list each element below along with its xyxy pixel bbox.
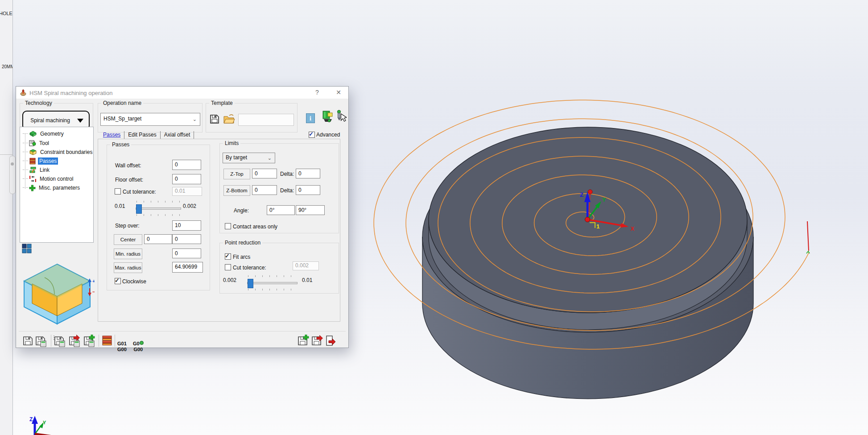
- floor-offset-label: Floor offset:: [115, 177, 143, 183]
- save-template-icon[interactable]: [209, 113, 220, 125]
- advanced-checkbox[interactable]: [309, 132, 315, 138]
- tolerance-slider-max-label: 0.002: [183, 203, 196, 209]
- solidcam-operation-icon: [20, 89, 27, 96]
- exit-button[interactable]: [325, 335, 337, 347]
- machine-simulation-icon[interactable]: [322, 110, 334, 123]
- pr-cut-tolerance-input[interactable]: 0.002: [293, 261, 319, 270]
- contact-areas-label: Contact areas only: [233, 224, 277, 230]
- close-button[interactable]: ✕: [332, 89, 345, 97]
- toolbar-separator: [99, 335, 99, 347]
- max-radius-input[interactable]: 64.90699: [172, 262, 203, 273]
- cut-tolerance-label: Cut tolerance:: [123, 189, 156, 195]
- open-template-folder-icon[interactable]: [223, 113, 236, 125]
- pr-slider-min-label: 0.002: [223, 277, 236, 283]
- x-axis-label: X: [631, 226, 634, 232]
- step-over-input[interactable]: 10: [172, 220, 201, 231]
- info-icon[interactable]: i: [306, 113, 315, 123]
- toolbar-divider: [19, 331, 346, 331]
- dialog-title: HSM Spiral machining operation: [29, 90, 112, 96]
- floor-offset-input[interactable]: 0: [172, 174, 201, 184]
- gcode-preview-button[interactable]: G01G00: [117, 335, 127, 352]
- template-field[interactable]: [238, 114, 294, 126]
- tree-item-tool[interactable]: Tool: [23, 139, 50, 148]
- passes-toolbar-icon[interactable]: [101, 335, 114, 347]
- save-button[interactable]: [22, 335, 35, 347]
- pr-slider-track[interactable]: [247, 282, 298, 284]
- tab-edit-passes[interactable]: Edit Passes: [124, 131, 160, 139]
- save-calculate-selected-button[interactable]: [54, 335, 66, 347]
- motion-control-icon: [29, 175, 37, 182]
- z-bottom-delta-input[interactable]: 0: [296, 185, 320, 195]
- tree-item-misc-parameters[interactable]: Misc. parameters: [23, 183, 81, 192]
- center-x-input[interactable]: 0: [144, 234, 172, 244]
- tree-item-geometry[interactable]: Geometry: [23, 129, 65, 138]
- simulate-badge-icon: [140, 341, 144, 345]
- tool-icon: [29, 140, 36, 147]
- z-top-delta-label: Delta:: [280, 171, 294, 177]
- pr-slider-ticks-top: [248, 275, 296, 277]
- wall-offset-input[interactable]: 0: [172, 160, 201, 170]
- passes-icon: [29, 157, 36, 165]
- pr-slider-handle[interactable]: [248, 279, 253, 288]
- cut-tolerance-checkbox[interactable]: [115, 188, 121, 195]
- operation-name-combo[interactable]: HSM_Sp_target ⌄: [100, 113, 200, 126]
- limits-mode-value: By target: [226, 154, 247, 161]
- pr-cut-tolerance-checkbox[interactable]: [225, 264, 231, 270]
- save-add-operation-button[interactable]: [297, 335, 310, 347]
- tree-item-constraint-boundaries[interactable]: Constraint boundaries: [23, 148, 94, 157]
- clockwise-checkbox[interactable]: [115, 278, 121, 284]
- tree-item-20mm[interactable]: 20MM: [2, 64, 13, 69]
- corner-z-label: Z: [29, 416, 33, 423]
- dialog-titlebar[interactable]: HSM Spiral machining operation ? ✕: [16, 87, 348, 99]
- center-button[interactable]: Center: [114, 234, 142, 245]
- view-orientation-triad: Z Y: [29, 416, 54, 435]
- misc-parameters-icon: [29, 185, 36, 191]
- contact-areas-checkbox[interactable]: [225, 223, 231, 229]
- min-radius-button[interactable]: Min. radius: [114, 249, 142, 259]
- limits-group-label: Limits: [223, 140, 240, 147]
- cut-tolerance-input[interactable]: 0.01: [172, 187, 202, 196]
- wall-offset-preview-image: + −: [20, 261, 95, 328]
- toolbar-separator: [51, 335, 51, 347]
- select-tool-cursor-icon[interactable]: [335, 110, 347, 123]
- save-calculate-button[interactable]: [35, 335, 47, 347]
- csys-number-label: 1: [596, 223, 599, 230]
- parameter-tabs: Passes Edit Passes Axial offset: [99, 130, 194, 139]
- z-top-input[interactable]: 0: [252, 169, 277, 178]
- tree-item-passes[interactable]: Passes: [23, 157, 58, 166]
- rapid-plunge-line: [807, 221, 809, 251]
- tree-item-hole[interactable]: HOLE: [0, 11, 12, 16]
- angle-from-input[interactable]: 0°: [267, 205, 295, 215]
- tolerance-slider-track[interactable]: [136, 207, 181, 210]
- panel-splitter-handle[interactable]: [9, 156, 16, 194]
- link-icon: [29, 166, 37, 174]
- tolerance-slider-min-label: 0.01: [115, 203, 125, 209]
- save-next-operation-button[interactable]: [311, 335, 323, 347]
- save-copy-calculate-button[interactable]: [83, 335, 95, 347]
- z-top-delta-input[interactable]: 0: [296, 169, 320, 178]
- z-bottom-button[interactable]: Z-Bottom: [223, 185, 250, 196]
- svg-text:−: −: [92, 289, 95, 294]
- min-radius-input[interactable]: 0: [172, 249, 201, 258]
- window-layout-icon[interactable]: [22, 244, 32, 253]
- z-axis-label: Z: [580, 191, 583, 198]
- fit-arcs-checkbox[interactable]: [225, 253, 231, 260]
- tree-item-motion-control[interactable]: Motion control: [23, 174, 74, 183]
- center-y-input[interactable]: 0: [172, 234, 201, 244]
- dropdown-arrow-icon: [77, 119, 83, 123]
- chevron-down-icon: ⌄: [268, 153, 272, 163]
- limits-mode-dropdown[interactable]: By target ⌄: [223, 153, 275, 163]
- tree-item-link[interactable]: Link: [23, 166, 51, 174]
- geometry-icon: [29, 130, 37, 137]
- tolerance-slider-handle[interactable]: [136, 204, 142, 214]
- angle-to-input[interactable]: 90°: [296, 205, 325, 215]
- help-button[interactable]: ?: [310, 89, 324, 97]
- svg-text:i: i: [310, 115, 311, 122]
- z-bottom-input[interactable]: 0: [252, 185, 277, 195]
- tab-axial-offset[interactable]: Axial offset: [161, 131, 194, 139]
- tab-passes[interactable]: Passes: [99, 131, 124, 139]
- max-radius-button[interactable]: Max. radius: [114, 262, 142, 273]
- save-calculate-exit-button[interactable]: [68, 335, 81, 347]
- z-top-button[interactable]: Z-Top: [223, 169, 250, 179]
- gcode-simulate-button[interactable]: G0G00: [133, 335, 144, 352]
